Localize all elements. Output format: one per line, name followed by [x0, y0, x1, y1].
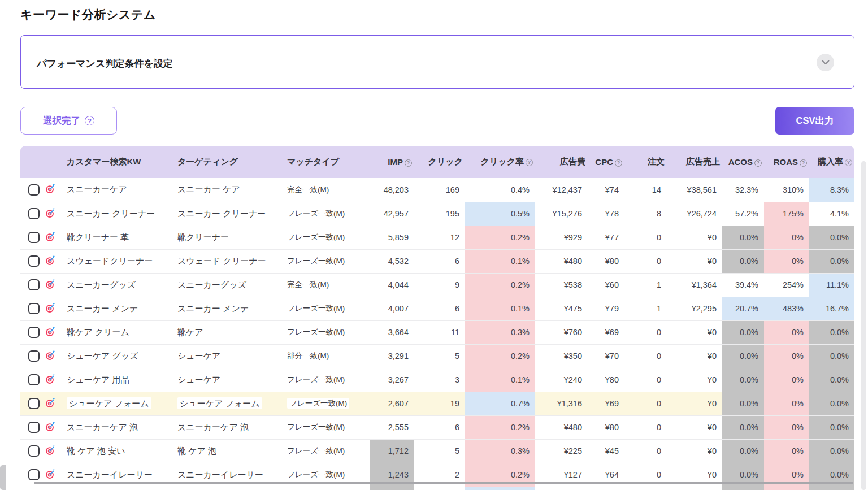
cell-acos: 0.0% [722, 368, 764, 392]
column-header-cvr: 購入率? [809, 146, 854, 178]
cell-cvr: 0.0% [809, 226, 854, 249]
cell-keyword: シューケア グッズ [63, 344, 174, 368]
keyword-row: スニーカー クリーナースニーカー クリーナーフレーズ一致(M)42,957195… [20, 202, 854, 226]
row-checkbox[interactable] [28, 327, 40, 338]
cell-cvr: 8.3% [809, 178, 854, 202]
cell-ctr: 0.4% [465, 178, 535, 202]
cell-cvr: 0.0% [809, 415, 854, 439]
cell-match [284, 487, 370, 490]
cell-acos: 39.4% [722, 273, 764, 297]
row-checkbox[interactable] [28, 184, 40, 196]
row-checkbox[interactable] [28, 232, 40, 243]
cell-clicks: 3 [414, 368, 465, 392]
cell-cost: ¥538 [535, 273, 588, 297]
left-scrollbar-thumb[interactable] [0, 465, 6, 490]
cell-cost: ¥12,437 [535, 178, 588, 202]
keyword-row: スニーカーグッズスニーカーグッズ完全一致(M)4,04490.2%¥538¥60… [20, 273, 854, 297]
row-checkbox[interactable] [28, 279, 40, 290]
row-checkbox[interactable] [28, 469, 40, 480]
cell-match: フレーズ一致(M) [284, 226, 370, 249]
row-checkbox[interactable] [28, 208, 40, 219]
cell-ctr: 0.2% [465, 415, 535, 439]
cell-acos: 0.0% [722, 392, 764, 415]
column-header-icon [44, 146, 63, 178]
cell-clicks: 5 [414, 439, 465, 463]
cell-sales: ¥0 [667, 249, 722, 273]
left-edge-divider [6, 0, 6, 490]
horizontal-scrollbar-thumb[interactable] [34, 482, 853, 484]
cell-acos: 57.2% [722, 202, 764, 226]
column-label: マッチタイプ [287, 157, 339, 166]
cell-orders: 14 [624, 178, 667, 202]
cell-orders: 0 [624, 392, 667, 415]
help-icon[interactable]: ? [615, 159, 622, 167]
panel-collapse-button[interactable] [817, 54, 834, 71]
cell-targeting: スニーカー メンテ [174, 297, 284, 320]
cell-imp: 3,267 [370, 368, 414, 392]
target-icon [45, 255, 55, 266]
selection-complete-button[interactable]: 選択完了 ? [20, 107, 117, 135]
row-checkbox[interactable] [28, 303, 40, 314]
cell-keyword: 靴 ケア 泡 安い [63, 439, 174, 463]
column-header-sales: 広告売上 [667, 146, 722, 178]
column-header-match: マッチタイプ [284, 146, 370, 178]
cell-orders: 1 [624, 273, 667, 297]
help-icon[interactable]: ? [800, 159, 807, 167]
performance-conditions-panel[interactable]: パフォーマンス判定条件を設定 [20, 35, 854, 89]
cell-targeting: 靴クリーナー [174, 226, 284, 249]
cell-cpc: ¥74 [588, 178, 624, 202]
cell-keyword: スニーカーケア [63, 178, 174, 202]
cell-ctr: 0.2% [465, 226, 535, 249]
help-icon[interactable]: ? [754, 159, 762, 167]
row-checkbox[interactable] [28, 255, 40, 267]
cell-ctr: 0.2% [465, 273, 535, 297]
cell-clicks: 9 [414, 273, 465, 297]
cell-acos: 32.3% [722, 178, 764, 202]
cell-sales: ¥38,561 [667, 178, 722, 202]
cell-match: 完全一致(M) [284, 178, 370, 202]
cell-sales: ¥0 [667, 320, 722, 344]
cell-ctr: 0.3% [465, 320, 535, 344]
help-icon[interactable]: ? [526, 159, 533, 166]
cell-targeting: スニーカー ケア [174, 178, 284, 202]
cell-acos: 0.0% [722, 249, 764, 273]
keyword-analysis-page: キーワード分析システム パフォーマンス判定条件を設定 選択完了 ? CSV出力 … [0, 0, 868, 490]
cell-match: フレーズ一致(M) [284, 320, 370, 344]
cell-orders: 0 [624, 226, 667, 249]
column-label: ROAS [774, 157, 798, 167]
row-checkbox[interactable] [28, 374, 40, 385]
cell-cpc: ¥70 [588, 344, 624, 368]
cell-roas: 0% [764, 392, 809, 415]
cell-ctr: 0.5% [465, 202, 535, 226]
row-checkbox[interactable] [28, 350, 40, 362]
help-icon[interactable]: ? [845, 159, 852, 166]
cell-cost: ¥225 [535, 439, 588, 463]
row-checkbox[interactable] [28, 422, 40, 433]
cell-clicks: 11 [414, 320, 465, 344]
cell-imp: 42,957 [370, 202, 414, 226]
cell-match: フレーズ一致(M) [284, 439, 370, 463]
help-icon[interactable]: ? [85, 116, 94, 125]
column-label: クリック [428, 157, 463, 166]
cell-cpc: ¥69 [588, 392, 624, 415]
cell-match: フレーズ一致(M) [284, 392, 370, 415]
csv-export-button[interactable]: CSV出力 [775, 107, 854, 135]
cell-roas: 0% [764, 249, 809, 273]
cell-acos [722, 487, 764, 490]
cell-match: フレーズ一致(M) [284, 202, 370, 226]
vertical-scrollbar-track[interactable] [861, 161, 866, 490]
cell-clicks: 6 [414, 297, 465, 320]
cell-clicks: 5 [414, 344, 465, 368]
column-header-checkbox [20, 146, 44, 178]
help-icon[interactable]: ? [405, 159, 412, 167]
cell-match: 完全一致(M) [284, 273, 370, 297]
cell-orders: 0 [624, 344, 667, 368]
cell-cpc: ¥80 [588, 249, 624, 273]
cell-sales: ¥0 [667, 226, 722, 249]
cell-targeting: シューケア [174, 368, 284, 392]
column-label: クリック率 [481, 157, 524, 166]
cell-sales: ¥26,724 [667, 202, 722, 226]
row-checkbox[interactable] [28, 445, 40, 457]
cell-orders: 0 [624, 320, 667, 344]
row-checkbox[interactable] [28, 398, 40, 409]
